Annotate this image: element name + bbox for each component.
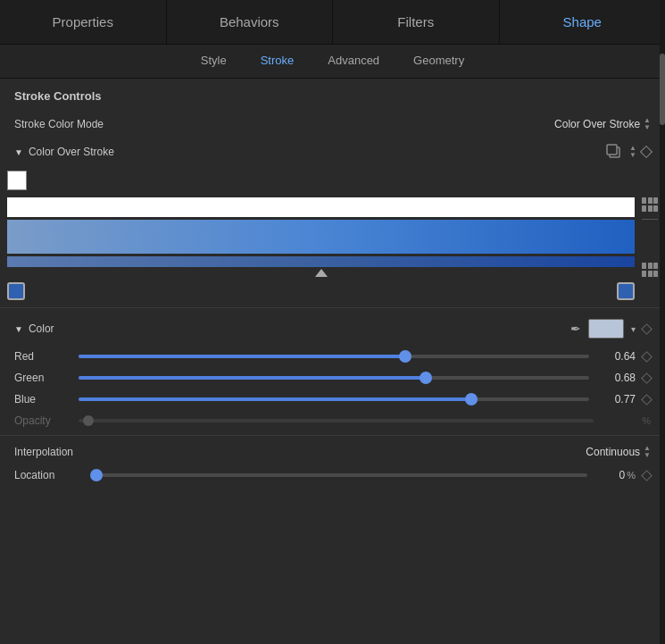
location-label: Location bbox=[14, 469, 86, 481]
red-thumb[interactable] bbox=[399, 350, 411, 363]
interpolation-spinner[interactable]: ▲ ▼ bbox=[644, 445, 651, 459]
color-section-label: Color bbox=[29, 322, 54, 335]
color-stop-left[interactable] bbox=[7, 282, 25, 300]
cos-spinner[interactable]: ▲ ▼ bbox=[629, 145, 636, 159]
gradient-preset-icon-1[interactable] bbox=[642, 197, 658, 212]
red-slider-track[interactable] bbox=[79, 355, 589, 358]
color-over-stroke-label: Color Over Stroke bbox=[29, 146, 114, 158]
interpolation-row: Interpolation Continuous ▲ ▼ bbox=[0, 439, 665, 464]
blue-thumb[interactable] bbox=[465, 393, 478, 406]
color-section-actions: ✒ ▾ bbox=[570, 319, 651, 339]
keyframe-diamond-icon[interactable] bbox=[640, 146, 653, 158]
gradient-bar-blue[interactable] bbox=[7, 220, 635, 254]
location-thumb[interactable] bbox=[90, 469, 103, 481]
opacity-percent: % bbox=[642, 415, 651, 426]
cos-action-icons: ▲ ▼ bbox=[604, 142, 651, 162]
tab-shape[interactable]: Shape bbox=[500, 0, 666, 44]
red-label: Red bbox=[14, 350, 68, 363]
stroke-color-mode-label: Stroke Color Mode bbox=[14, 118, 157, 130]
location-row: Location 0 % bbox=[0, 464, 665, 486]
location-keyframe-diamond[interactable] bbox=[641, 470, 653, 481]
copy-icon[interactable] bbox=[604, 142, 624, 162]
blue-fill bbox=[79, 397, 471, 401]
scrollbar[interactable] bbox=[660, 0, 665, 644]
blue-keyframe-diamond[interactable] bbox=[641, 394, 653, 406]
collapse-triangle-icon[interactable]: ▼ bbox=[14, 147, 23, 157]
tab-filters[interactable]: Filters bbox=[333, 0, 500, 44]
eyedropper-icon[interactable]: ✒ bbox=[570, 322, 581, 336]
gradient-bar-white[interactable] bbox=[7, 197, 635, 217]
gradient-editor-area bbox=[0, 167, 665, 304]
content-area: Stroke Controls Stroke Color Mode Color … bbox=[0, 79, 665, 486]
green-keyframe-diamond[interactable] bbox=[641, 372, 653, 384]
blue-slider-track[interactable] bbox=[79, 397, 589, 401]
gradient-right-icons bbox=[642, 171, 658, 277]
color-keyframe-diamond[interactable] bbox=[641, 323, 653, 335]
scrollbar-thumb[interactable] bbox=[660, 54, 665, 125]
color-stop-right[interactable] bbox=[617, 282, 635, 300]
red-keyframe-diamond[interactable] bbox=[641, 351, 653, 363]
stroke-color-mode-row: Stroke Color Mode Color Over Stroke ▲ ▼ bbox=[0, 112, 665, 137]
green-slider-track[interactable] bbox=[79, 376, 589, 380]
gradient-thumb-row bbox=[7, 269, 635, 277]
opacity-slider[interactable] bbox=[79, 419, 594, 422]
color-stops-row bbox=[7, 282, 635, 300]
color-dropdown-chevron[interactable]: ▾ bbox=[631, 324, 636, 334]
subtab-geometry[interactable]: Geometry bbox=[410, 54, 468, 71]
green-slider-row: Green 0.68 bbox=[0, 367, 665, 389]
sub-tabs: Style Stroke Advanced Geometry bbox=[0, 45, 665, 79]
color-preview-swatch[interactable] bbox=[588, 319, 624, 339]
opacity-thumb[interactable] bbox=[83, 415, 94, 426]
interpolation-value[interactable]: Continuous ▲ ▼ bbox=[586, 445, 651, 459]
tab-behaviors[interactable]: Behaviors bbox=[167, 0, 334, 44]
green-label: Green bbox=[14, 372, 68, 384]
icon-divider bbox=[642, 219, 658, 220]
color-collapse-icon[interactable]: ▼ bbox=[14, 324, 23, 334]
gradient-bars-col bbox=[7, 171, 635, 300]
gradient-bar-dark[interactable] bbox=[7, 256, 635, 267]
blue-value: 0.77 bbox=[600, 393, 636, 406]
subtab-style[interactable]: Style bbox=[197, 54, 230, 71]
svg-rect-1 bbox=[607, 145, 617, 155]
green-thumb[interactable] bbox=[420, 372, 432, 384]
location-slider[interactable] bbox=[96, 473, 587, 477]
stroke-color-mode-value[interactable]: Color Over Stroke ▲ ▼ bbox=[554, 117, 651, 131]
spinner-arrows[interactable]: ▲ ▼ bbox=[644, 117, 651, 131]
red-slider-row: Red 0.64 bbox=[0, 346, 665, 367]
green-fill bbox=[79, 376, 426, 380]
divider-2 bbox=[0, 435, 665, 436]
gradient-preset-icon-2[interactable] bbox=[642, 263, 658, 277]
blue-label: Blue bbox=[14, 393, 68, 406]
color-swatch-white[interactable] bbox=[7, 171, 27, 190]
red-fill bbox=[79, 355, 405, 358]
tab-properties[interactable]: Properties bbox=[0, 0, 167, 44]
opacity-row: Opacity % bbox=[0, 410, 665, 431]
color-over-stroke-header: ▼ Color Over Stroke ▲ ▼ bbox=[0, 137, 665, 167]
green-value: 0.68 bbox=[600, 372, 636, 384]
color-section-header: ▼ Color ✒ ▾ bbox=[0, 312, 665, 346]
red-value: 0.64 bbox=[600, 350, 636, 363]
stroke-color-mode-text: Color Over Stroke bbox=[554, 118, 640, 130]
interpolation-label: Interpolation bbox=[14, 446, 157, 458]
subtab-stroke[interactable]: Stroke bbox=[257, 54, 298, 71]
location-value: 0 bbox=[598, 469, 625, 481]
subtab-advanced[interactable]: Advanced bbox=[324, 54, 383, 71]
blue-slider-row: Blue 0.77 bbox=[0, 389, 665, 410]
interpolation-text: Continuous bbox=[586, 446, 640, 458]
opacity-label: Opacity bbox=[14, 414, 68, 427]
color-square-container bbox=[7, 171, 635, 194]
gradient-up-arrow[interactable] bbox=[315, 269, 328, 277]
divider-1 bbox=[0, 307, 665, 308]
top-tabs: Properties Behaviors Filters Shape bbox=[0, 0, 665, 45]
location-percent: % bbox=[627, 470, 636, 481]
stroke-controls-header: Stroke Controls bbox=[0, 79, 665, 112]
